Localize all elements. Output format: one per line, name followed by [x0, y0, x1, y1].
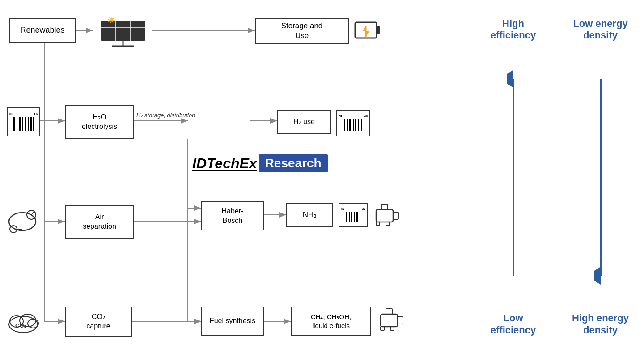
- battery-icon: [354, 18, 381, 46]
- haber-bosch-box: Haber- Bosch: [201, 201, 264, 230]
- engine-icon-nh3: [373, 200, 404, 231]
- liquid-fuels-label: CH₄, CH₃OH, liquid e-fuels: [311, 312, 351, 330]
- efficiency-arrow-container: [507, 42, 520, 312]
- low-efficiency-label: Low efficiency: [491, 312, 536, 336]
- compressor-icon: [7, 206, 42, 239]
- svg-rect-20: [101, 21, 145, 41]
- svg-rect-46: [381, 314, 398, 327]
- engine-icon-fuels: [377, 305, 408, 336]
- efficiency-axis: High efficiency Low efficiency: [470, 0, 557, 354]
- h2-use-label: H₂ use: [293, 117, 315, 127]
- svg-rect-36: [376, 209, 393, 222]
- svg-rect-38: [381, 204, 388, 209]
- co2-cloud-icon: CO₂: [5, 309, 41, 337]
- storage-box: Storage and Use: [255, 18, 349, 44]
- energy-density-arrow-container: [594, 42, 607, 312]
- liquid-fuels-box: CH₄, CH₃OH, liquid e-fuels: [291, 307, 371, 336]
- research-badge: Research: [259, 154, 328, 172]
- diagram-area: Renewables ☀️ Storage and Use: [0, 0, 470, 354]
- svg-rect-47: [398, 317, 403, 324]
- nh3-label: NH₃: [303, 210, 317, 220]
- h2-use-box: H₂ use: [277, 110, 331, 134]
- svg-text:CO₂: CO₂: [15, 322, 26, 329]
- air-separation-box: Air separation: [65, 205, 134, 239]
- h2-use-barcode: H₂O₂: [336, 110, 370, 136]
- fuel-synthesis-label: Fuel synthesis: [210, 316, 255, 326]
- h2o-electrolysis-box: H₂O electrolysis: [65, 105, 134, 139]
- storage-label: Storage and Use: [281, 21, 323, 41]
- fuel-synthesis-box: Fuel synthesis: [201, 307, 264, 336]
- legend-area: High efficiency Low efficiency Low energ…: [470, 0, 644, 354]
- co2-capture-label: CO₂ capture: [86, 312, 110, 331]
- svg-rect-28: [377, 26, 380, 34]
- air-sep-label: Air separation: [83, 213, 116, 231]
- co2-capture-box: CO₂ capture: [65, 307, 132, 337]
- h2-barcode-left: H₂O₂: [7, 107, 40, 136]
- high-energy-density-label: High energy density: [572, 312, 629, 336]
- nh3-barcode: H₂O₂: [339, 203, 368, 227]
- svg-rect-48: [386, 309, 392, 314]
- h2o-label: H₂O electrolysis: [82, 113, 117, 132]
- idtechex-logo: IDTechEx Research: [192, 154, 328, 172]
- haber-bosch-label: Haber- Bosch: [222, 207, 244, 226]
- renewables-box: Renewables: [9, 18, 76, 43]
- energy-density-axis: Low energy density High energy density: [557, 0, 644, 354]
- svg-point-44: [28, 319, 38, 328]
- svg-line-33: [31, 212, 34, 215]
- nh3-box: NH₃: [286, 203, 333, 227]
- svg-rect-37: [393, 212, 398, 219]
- low-energy-density-label: Low energy density: [573, 18, 627, 42]
- idtechex-label: IDTechEx: [192, 155, 257, 172]
- high-efficiency-label: High efficiency: [491, 18, 536, 42]
- h2-storage-label: H₂ storage, distribution: [136, 112, 195, 119]
- solar-panel-icon: ☀️: [94, 8, 152, 53]
- svg-point-31: [9, 213, 36, 230]
